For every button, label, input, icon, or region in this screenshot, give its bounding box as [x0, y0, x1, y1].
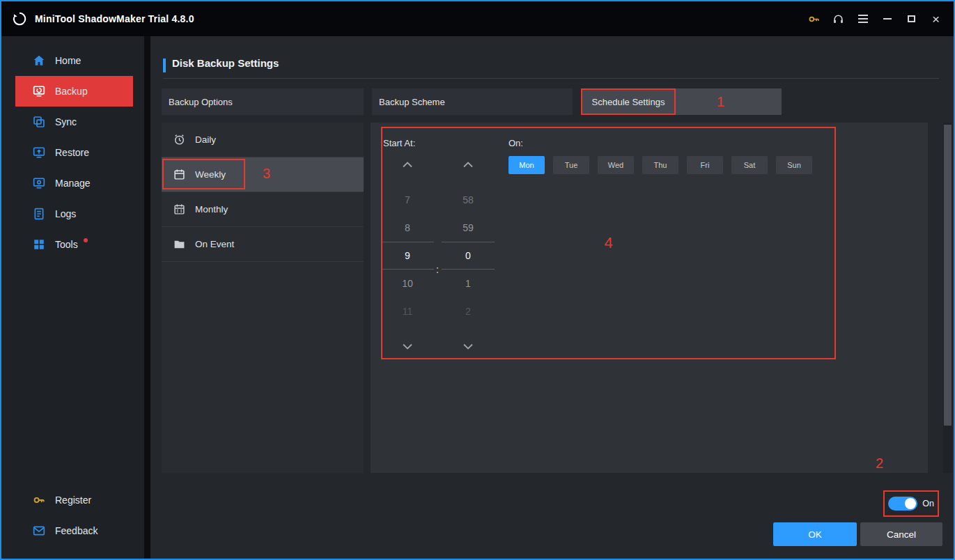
hour-picker: 7 8 9 10 11: [381, 150, 434, 360]
sidebar-item-sync[interactable]: Sync: [1, 107, 144, 137]
close-icon: ×: [932, 13, 940, 26]
minute-down-button[interactable]: [442, 332, 495, 360]
annotation-step-3: 3: [263, 166, 270, 182]
app-logo-icon: [11, 10, 28, 27]
minute-up-button[interactable]: [442, 150, 495, 178]
weekday-selector: Mon Tue Wed Thu Fri Sat Sun: [508, 156, 812, 174]
hour-option[interactable]: 11: [381, 297, 434, 325]
schedule-toggle[interactable]: [888, 497, 917, 511]
schedule-settings-panel: Start At: On: 7 8 9 10 11: [371, 123, 928, 473]
sidebar-item-label: Home: [55, 55, 81, 66]
minute-option[interactable]: 1: [442, 270, 495, 297]
day-button-thu[interactable]: Thu: [642, 156, 678, 174]
tab-backup-options[interactable]: Backup Options: [162, 88, 364, 115]
minute-option[interactable]: 2: [442, 297, 495, 325]
schedule-type-list: Daily Weekly 3: [162, 123, 364, 473]
schedule-type-label: Monthly: [195, 204, 228, 215]
day-button-sun[interactable]: Sun: [776, 156, 812, 174]
cancel-button[interactable]: Cancel: [860, 522, 942, 546]
sidebar-item-label: Restore: [55, 147, 89, 158]
scrollbar-thumb[interactable]: [944, 125, 952, 426]
sidebar-item-label: Feedback: [55, 525, 98, 536]
annotation-step-1: 1: [717, 94, 724, 110]
sidebar-item-register[interactable]: Register: [1, 485, 144, 515]
sidebar-item-label: Manage: [55, 178, 91, 189]
scrollbar[interactable]: [943, 123, 952, 473]
minute-picker: 58 59 0 1 2: [442, 150, 495, 360]
feedback-envelope-icon: [33, 524, 45, 537]
notification-dot: [84, 238, 88, 242]
schedule-type-label: On Event: [195, 239, 234, 249]
sidebar-item-label: Backup: [55, 86, 88, 97]
maximize-icon: [908, 15, 915, 22]
sidebar: Home Backup: [1, 36, 144, 559]
sidebar-item-home[interactable]: Home: [1, 45, 144, 76]
menu-button[interactable]: [851, 8, 875, 30]
ok-button[interactable]: OK: [773, 522, 857, 546]
minute-option[interactable]: 59: [442, 214, 495, 242]
backup-icon: [33, 85, 45, 98]
sidebar-item-logs[interactable]: Logs: [1, 199, 144, 229]
restore-icon: [33, 146, 45, 159]
manage-icon: [33, 177, 45, 189]
folder-icon: [173, 238, 185, 251]
sidebar-item-label: Sync: [55, 116, 77, 127]
header-divider: [163, 78, 939, 79]
sidebar-item-manage[interactable]: Manage: [1, 168, 144, 199]
minimize-button[interactable]: [875, 8, 899, 30]
calendar-month-icon: [173, 203, 185, 216]
hour-up-button[interactable]: [381, 150, 434, 178]
day-button-tue[interactable]: Tue: [553, 156, 589, 174]
tab-schedule-settings[interactable]: Schedule Settings 1: [581, 88, 782, 115]
titlebar: MiniTool ShadowMaker Trial 4.8.0: [1, 1, 954, 36]
hour-option[interactable]: 8: [381, 214, 434, 242]
sidebar-divider: [144, 36, 150, 559]
license-key-button[interactable]: [802, 8, 826, 30]
day-button-wed[interactable]: Wed: [598, 156, 634, 174]
hour-option[interactable]: 10: [381, 270, 434, 297]
annotation-step-4: 4: [604, 234, 612, 252]
schedule-type-label: Daily: [195, 134, 216, 145]
tab-label: Backup Options: [169, 97, 233, 107]
main-content: Disk Backup Settings Backup Options Back…: [150, 36, 954, 559]
hour-option-selected[interactable]: 9: [381, 242, 434, 270]
maximize-button[interactable]: [899, 8, 924, 30]
tools-icon: [33, 238, 45, 251]
hour-option[interactable]: 7: [381, 186, 434, 214]
sidebar-item-feedback[interactable]: Feedback: [1, 515, 144, 546]
window-title: MiniTool ShadowMaker Trial 4.8.0: [35, 13, 194, 24]
minute-option-selected[interactable]: 0: [442, 242, 495, 270]
tab-label: Schedule Settings: [592, 97, 665, 107]
minimize-icon: [883, 18, 892, 20]
day-button-mon[interactable]: Mon: [508, 156, 545, 174]
sync-icon: [33, 116, 45, 128]
annotation-box-2: On: [883, 490, 939, 517]
schedule-type-daily[interactable]: Daily: [162, 123, 364, 157]
tab-label: Backup Scheme: [379, 97, 445, 107]
sidebar-item-label: Logs: [55, 208, 76, 219]
app-window: MiniTool ShadowMaker Trial 4.8.0: [0, 0, 955, 560]
annotation-box-1: Schedule Settings: [581, 88, 676, 115]
sidebar-item-tools[interactable]: Tools: [1, 229, 144, 260]
schedule-type-monthly[interactable]: Monthly: [162, 192, 364, 227]
tab-backup-scheme[interactable]: Backup Scheme: [372, 88, 573, 115]
schedule-type-weekly[interactable]: Weekly 3: [162, 157, 364, 192]
annotation-step-2: 2: [876, 456, 883, 472]
sidebar-item-restore[interactable]: Restore: [1, 137, 144, 168]
toggle-knob: [905, 498, 916, 509]
hour-down-button[interactable]: [381, 332, 434, 360]
close-button[interactable]: ×: [924, 8, 948, 30]
sidebar-item-backup[interactable]: Backup: [15, 76, 133, 107]
register-key-icon: [33, 494, 45, 506]
sidebar-footer: Register Feedback: [1, 485, 144, 559]
minute-option[interactable]: 58: [442, 186, 495, 214]
schedule-type-label: Weekly: [195, 169, 226, 180]
sidebar-item-label: Register: [55, 495, 91, 506]
day-button-fri[interactable]: Fri: [687, 156, 723, 174]
support-headset-button[interactable]: [826, 8, 851, 30]
day-button-sat[interactable]: Sat: [731, 156, 768, 174]
alarm-clock-icon: [173, 134, 185, 146]
hamburger-icon: [858, 15, 868, 23]
schedule-type-on-event[interactable]: On Event: [162, 227, 364, 262]
on-days-label: On:: [508, 138, 523, 148]
